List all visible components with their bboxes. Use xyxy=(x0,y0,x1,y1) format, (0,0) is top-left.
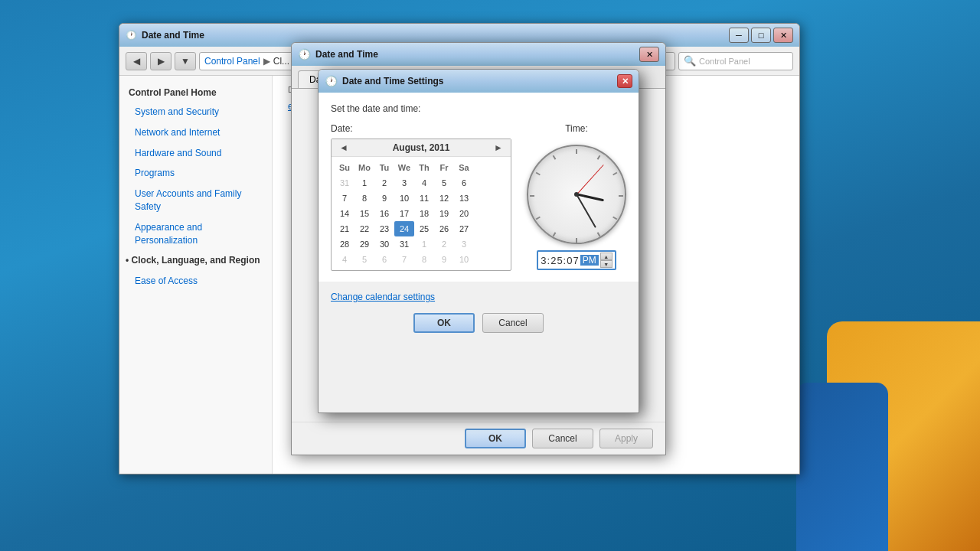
sidebar-item-control-panel-home[interactable]: Control Panel Home xyxy=(119,83,272,102)
cal-day-17[interactable]: 17 xyxy=(394,206,414,221)
clock-tick-9 xyxy=(530,195,534,197)
dialog-inner-ok-button[interactable]: OK xyxy=(413,313,475,333)
second-hand xyxy=(577,165,604,194)
sidebar-item-clock-language[interactable]: Clock, Language, and Region xyxy=(119,250,272,271)
dialog-inner-close[interactable]: ✕ xyxy=(617,74,632,88)
cal-day-5-next[interactable]: 5 xyxy=(354,252,374,267)
time-spinner[interactable]: ▲ ▼ xyxy=(600,253,612,268)
main-window-close[interactable]: ✕ xyxy=(773,28,793,43)
up-button[interactable]: ▼ xyxy=(175,52,196,70)
cal-day-31-prev[interactable]: 31 xyxy=(335,175,354,191)
cal-header-sa: Sa xyxy=(454,160,474,175)
clock-tick-1 xyxy=(597,155,601,160)
cal-day-7-next[interactable]: 7 xyxy=(394,252,414,267)
cal-day-25[interactable]: 25 xyxy=(414,221,434,236)
sidebar-item-programs[interactable]: Programs xyxy=(119,163,272,184)
cal-day-28[interactable]: 28 xyxy=(335,236,354,252)
calendar-prev-btn[interactable]: ◄ xyxy=(336,142,351,153)
cal-day-4-next[interactable]: 4 xyxy=(335,252,354,267)
cal-day-10[interactable]: 10 xyxy=(394,191,414,206)
dialog-outer-title-area: 🕐 Date and Time xyxy=(298,48,378,60)
main-window-title-area: 🕐 Date and Time xyxy=(126,30,204,41)
time-spinner-up[interactable]: ▲ xyxy=(600,253,612,260)
cal-day-4[interactable]: 4 xyxy=(414,175,434,191)
cal-day-10-next[interactable]: 10 xyxy=(454,252,474,267)
time-input-row[interactable]: 3:25:07 PM ▲ ▼ xyxy=(537,250,616,270)
sidebar-item-system-security[interactable]: System and Security xyxy=(119,102,272,122)
cal-day-3-next[interactable]: 3 xyxy=(454,236,474,252)
cal-day-20[interactable]: 20 xyxy=(454,206,474,221)
cal-day-3[interactable]: 3 xyxy=(394,175,414,191)
cal-day-2[interactable]: 2 xyxy=(374,175,394,191)
cal-day-9-next[interactable]: 9 xyxy=(434,252,454,267)
change-calendar-settings-link[interactable]: Change calendar settings xyxy=(331,292,435,302)
cal-day-26[interactable]: 26 xyxy=(434,221,454,236)
cal-day-5[interactable]: 5 xyxy=(434,175,454,191)
cal-day-23[interactable]: 23 xyxy=(374,221,394,236)
dialog-outer-ok-button[interactable]: OK xyxy=(465,429,526,448)
cal-day-27[interactable]: 27 xyxy=(454,221,474,236)
calendar-header-row: Su Mo Tu We Th Fr Sa xyxy=(335,160,508,175)
time-label: Time: xyxy=(565,123,588,134)
cal-day-22[interactable]: 22 xyxy=(354,221,374,236)
main-window-controls: ─ □ ✕ xyxy=(729,28,793,43)
dialog-outer-cancel-button[interactable]: Cancel xyxy=(532,429,593,448)
calendar-next-btn[interactable]: ► xyxy=(491,142,506,153)
dialog-inner-icon: 🕐 xyxy=(325,75,338,87)
clock-tick-4 xyxy=(612,217,617,220)
time-ampm[interactable]: PM xyxy=(580,255,599,266)
time-spinner-down[interactable]: ▼ xyxy=(600,260,612,268)
cal-header-fr: Fr xyxy=(434,160,454,175)
dialog-outer-title-text: Date and Time xyxy=(315,49,378,60)
calendar-week-2: 7 8 9 10 11 12 13 xyxy=(335,191,508,206)
cal-day-7[interactable]: 7 xyxy=(335,191,354,206)
calendar-widget[interactable]: ◄ August, 2011 ► Su Mo Tu We Th Fr xyxy=(331,139,511,271)
breadcrumb-sep1: ▶ xyxy=(263,56,270,67)
cal-day-1-next[interactable]: 1 xyxy=(414,236,434,252)
search-box[interactable]: 🔍 Control Panel xyxy=(678,52,793,70)
dialog-inner-title-area: 🕐 Date and Time Settings xyxy=(325,75,443,87)
dialog-outer-close[interactable]: ✕ xyxy=(639,47,659,62)
sidebar-item-user-accounts[interactable]: User Accounts and Family Safety xyxy=(119,184,272,217)
cal-day-6-next[interactable]: 6 xyxy=(374,252,394,267)
main-window-minimize[interactable]: ─ xyxy=(729,28,749,43)
cal-day-19[interactable]: 19 xyxy=(434,206,454,221)
cal-day-21[interactable]: 21 xyxy=(335,221,354,236)
cal-day-15[interactable]: 15 xyxy=(354,206,374,221)
sidebar-item-ease-access[interactable]: Ease of Access xyxy=(119,271,272,292)
cal-day-11[interactable]: 11 xyxy=(414,191,434,206)
calendar-month-year: August, 2011 xyxy=(393,142,450,153)
cal-day-9[interactable]: 9 xyxy=(374,191,394,206)
main-window-maximize[interactable]: □ xyxy=(751,28,771,43)
cal-day-1[interactable]: 1 xyxy=(354,175,374,191)
dialog-inner-cancel-button[interactable]: Cancel xyxy=(482,313,544,333)
calendar-week-5: 28 29 30 31 1 2 3 xyxy=(335,236,508,252)
dialog-outer-apply-button[interactable]: Apply xyxy=(599,429,653,448)
clock-face xyxy=(527,145,626,244)
cal-day-14[interactable]: 14 xyxy=(335,206,354,221)
back-button[interactable]: ◀ xyxy=(126,52,147,70)
cal-day-8[interactable]: 8 xyxy=(354,191,374,206)
clock-tick-11 xyxy=(553,155,557,160)
clock-tick-8 xyxy=(536,217,541,220)
search-placeholder: Control Panel xyxy=(699,57,750,66)
cal-day-30[interactable]: 30 xyxy=(374,236,394,252)
search-icon: 🔍 xyxy=(684,55,696,67)
cal-day-29[interactable]: 29 xyxy=(354,236,374,252)
sidebar-item-appearance[interactable]: Appearance and Personalization xyxy=(119,217,272,251)
cal-day-16[interactable]: 16 xyxy=(374,206,394,221)
cal-day-31[interactable]: 31 xyxy=(394,236,414,252)
date-label: Date: xyxy=(331,123,511,134)
cal-day-12[interactable]: 12 xyxy=(434,191,454,206)
sidebar-item-hardware-sound[interactable]: Hardware and Sound xyxy=(119,143,272,164)
cal-day-8-next[interactable]: 8 xyxy=(414,252,434,267)
dialog-inner: 🕐 Date and Time Settings ✕ Set the date … xyxy=(318,69,639,413)
cal-day-24-selected[interactable]: 24 xyxy=(394,221,414,236)
forward-button[interactable]: ▶ xyxy=(150,52,172,70)
cal-day-13[interactable]: 13 xyxy=(454,191,474,206)
cal-day-2-next[interactable]: 2 xyxy=(434,236,454,252)
cal-day-18[interactable]: 18 xyxy=(414,206,434,221)
breadcrumb-control-panel[interactable]: Control Panel xyxy=(204,56,260,67)
sidebar-item-network-internet[interactable]: Network and Internet xyxy=(119,122,272,143)
cal-day-6[interactable]: 6 xyxy=(454,175,474,191)
